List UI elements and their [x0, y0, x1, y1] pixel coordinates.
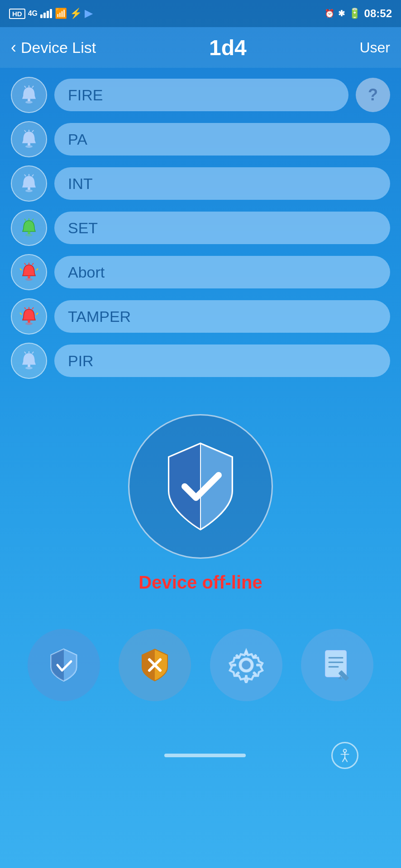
svg-line-17 — [24, 219, 26, 221]
svg-rect-6 — [28, 143, 30, 146]
help-button[interactable]: ? — [356, 78, 390, 112]
user-label[interactable]: User — [359, 39, 390, 56]
set-button[interactable]: SET — [54, 212, 390, 244]
device-list: FIRE ? PA IN — [0, 68, 401, 396]
svg-rect-21 — [28, 276, 30, 278]
device-list-label: Device List — [21, 39, 96, 57]
abort-icon-container — [11, 254, 47, 290]
back-nav[interactable]: ‹ Device List — [11, 38, 96, 57]
accessibility-icon — [337, 748, 353, 763]
svg-line-12 — [24, 175, 26, 176]
svg-rect-49 — [232, 664, 236, 666]
svg-rect-1 — [28, 99, 30, 101]
usb-icon: ⚡ — [70, 8, 82, 19]
status-left: HD 4G 📶 ⚡ ▶ — [9, 8, 92, 19]
fire-icon-container — [11, 77, 47, 113]
svg-line-61 — [343, 758, 345, 762]
svg-rect-11 — [28, 187, 30, 190]
notes-icon — [319, 647, 355, 683]
shield-checkmark-icon — [155, 437, 246, 536]
alarm-bell-red-icon — [19, 262, 39, 282]
shield-check-nav-button[interactable] — [28, 629, 100, 701]
wifi-icon: 📶 — [55, 8, 67, 19]
svg-rect-43 — [245, 651, 248, 655]
status-bar: HD 4G 📶 ⚡ ▶ ⏰ ✱ 🔋 08:52 — [0, 0, 401, 27]
svg-line-19 — [32, 219, 33, 221]
alarm-bell-icon — [19, 129, 39, 149]
svg-line-14 — [32, 175, 33, 176]
svg-line-33 — [36, 313, 38, 315]
alarm-bell-pir-icon — [19, 351, 39, 371]
time-display: 08:52 — [364, 7, 392, 20]
page-title: 1d4 — [209, 35, 247, 60]
svg-line-9 — [32, 130, 33, 132]
shield-check-blue-icon — [46, 647, 82, 683]
home-bar[interactable] — [164, 754, 246, 757]
svg-rect-35 — [28, 364, 30, 367]
svg-line-7 — [24, 130, 26, 132]
svg-line-26 — [36, 269, 38, 270]
svg-line-4 — [32, 86, 33, 88]
shield-section: Device off-line — [0, 396, 401, 606]
svg-line-31 — [32, 307, 33, 309]
abort-button[interactable]: Abort — [54, 256, 390, 288]
shield-x-orange-icon — [137, 647, 173, 683]
list-item: PA — [11, 121, 390, 157]
pa-icon-container — [11, 121, 47, 157]
svg-line-22 — [24, 263, 26, 265]
header: ‹ Device List 1d4 User — [0, 27, 401, 68]
int-button[interactable]: INT — [54, 167, 390, 200]
svg-line-29 — [24, 307, 26, 309]
pir-button[interactable]: PIR — [54, 344, 390, 377]
fire-button[interactable]: FIRE — [54, 79, 348, 111]
pir-icon-container — [11, 343, 47, 379]
alarm-clock-icon: ⏰ — [325, 9, 334, 19]
svg-line-32 — [20, 313, 22, 315]
svg-line-36 — [24, 352, 26, 354]
signal-icon — [40, 9, 52, 18]
bluetooth-icon: ✱ — [338, 9, 345, 19]
network-badge: 4G — [28, 9, 38, 18]
system-nav-bar — [0, 733, 401, 783]
svg-line-25 — [20, 269, 22, 270]
svg-point-51 — [242, 660, 251, 670]
svg-line-24 — [32, 263, 33, 265]
set-icon-container — [11, 210, 47, 246]
alarm-bell-red2-icon — [19, 307, 39, 326]
offline-status: Device off-line — [138, 572, 262, 593]
alarm-bell-green-icon — [19, 218, 39, 238]
bottom-nav — [0, 615, 401, 715]
tamper-icon-container — [11, 298, 47, 335]
list-item: TAMPER — [11, 298, 390, 335]
shield-x-nav-button[interactable] — [119, 629, 191, 701]
list-item: INT — [11, 165, 390, 202]
shield-circle — [128, 414, 273, 559]
accessibility-button[interactable] — [331, 742, 358, 769]
hd-badge: HD — [9, 9, 25, 19]
settings-nav-button[interactable] — [210, 629, 282, 701]
svg-line-62 — [345, 758, 347, 762]
alarm-bell-icon — [19, 174, 39, 193]
battery-icon: 🔋 — [348, 8, 361, 19]
int-icon-container — [11, 165, 47, 202]
list-item: FIRE ? — [11, 77, 390, 113]
svg-line-38 — [32, 352, 33, 354]
back-arrow-icon: ‹ — [11, 38, 16, 57]
svg-line-2 — [24, 86, 26, 88]
list-item: SET — [11, 210, 390, 246]
svg-rect-28 — [28, 320, 30, 323]
tamper-button[interactable]: TAMPER — [54, 300, 390, 333]
list-item: PIR — [11, 343, 390, 379]
nav-icon: ▶ — [85, 8, 92, 19]
gear-icon — [228, 647, 264, 683]
list-item: Abort — [11, 254, 390, 290]
status-right: ⏰ ✱ 🔋 08:52 — [325, 7, 392, 20]
svg-rect-45 — [256, 664, 261, 666]
alarm-bell-icon — [19, 85, 39, 105]
svg-rect-16 — [28, 231, 30, 234]
log-nav-button[interactable] — [301, 629, 373, 701]
pa-button[interactable]: PA — [54, 123, 390, 156]
svg-rect-47 — [245, 675, 248, 679]
